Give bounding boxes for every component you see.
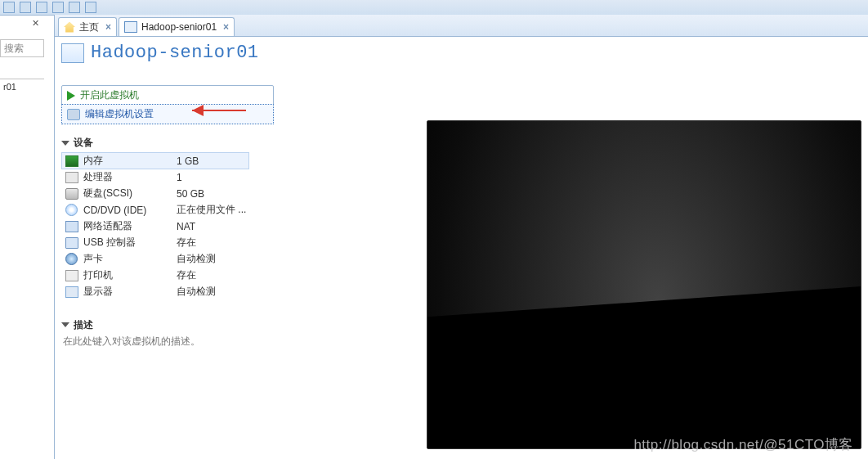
device-row[interactable]: 声卡自动检测 bbox=[62, 251, 249, 268]
vm-title-row: Hadoop-senior01 bbox=[55, 36, 868, 71]
edit-vm-settings-link[interactable]: 编辑虚拟机设置 bbox=[61, 104, 274, 124]
vm-left-panel: 开启此虚拟机 编辑虚拟机设置 设备 内存1 GB处理器1硬盘(SCSI)50 G… bbox=[61, 85, 274, 349]
device-row[interactable]: 显示器自动检测 bbox=[62, 284, 249, 300]
device-name: 网络适配器 bbox=[82, 218, 175, 235]
device-value: NAT bbox=[175, 218, 249, 235]
toolbar-icon[interactable] bbox=[69, 2, 80, 13]
tab-close-icon[interactable]: × bbox=[105, 21, 111, 33]
pane-close-icon[interactable]: ✕ bbox=[32, 18, 39, 29]
collapse-icon bbox=[61, 141, 69, 146]
device-icon bbox=[65, 286, 78, 298]
toolbar-icon[interactable] bbox=[20, 2, 31, 13]
device-value: 50 GB bbox=[175, 186, 249, 202]
action-label: 编辑虚拟机设置 bbox=[85, 107, 154, 121]
device-value: 1 GB bbox=[175, 153, 249, 169]
toolbar-icon[interactable] bbox=[36, 2, 47, 13]
device-name: CD/DVD (IDE) bbox=[82, 202, 175, 218]
tab-vm[interactable]: Hadoop-senior01 × bbox=[119, 17, 235, 36]
device-icon bbox=[65, 188, 78, 200]
device-row[interactable]: 内存1 GB bbox=[62, 153, 249, 169]
device-icon bbox=[65, 237, 78, 249]
device-name: 硬盘(SCSI) bbox=[82, 186, 175, 202]
device-name: 内存 bbox=[82, 153, 175, 169]
main-area: 主页 × Hadoop-senior01 × Hadoop-senior01 开… bbox=[54, 15, 868, 459]
home-icon bbox=[64, 22, 75, 33]
device-row[interactable]: USB 控制器存在 bbox=[62, 235, 249, 251]
device-row[interactable]: 打印机存在 bbox=[62, 268, 249, 284]
device-name: USB 控制器 bbox=[82, 235, 175, 251]
device-icon bbox=[65, 221, 78, 232]
section-label: 设备 bbox=[74, 136, 93, 150]
tabstrip: 主页 × Hadoop-senior01 × bbox=[55, 15, 868, 37]
devices-header[interactable]: 设备 bbox=[61, 136, 274, 150]
vm-summary: Hadoop-senior01 开启此虚拟机 编辑虚拟机设置 bbox=[55, 36, 868, 459]
action-label: 开启此虚拟机 bbox=[80, 88, 139, 102]
vm-title: Hadoop-senior01 bbox=[91, 43, 259, 63]
watermark: http://blog.csdn.net/@51CTO博客 bbox=[633, 435, 853, 454]
tab-label: Hadoop-senior01 bbox=[141, 21, 217, 33]
preview-gloss bbox=[427, 120, 861, 320]
vm-title-icon bbox=[61, 43, 84, 63]
device-row[interactable]: 硬盘(SCSI)50 GB bbox=[62, 186, 249, 202]
device-value: 存在 bbox=[175, 235, 249, 251]
device-value: 存在 bbox=[175, 268, 249, 284]
tab-home[interactable]: 主页 × bbox=[58, 17, 117, 36]
device-icon bbox=[65, 155, 78, 167]
device-name: 显示器 bbox=[82, 284, 175, 300]
device-icon bbox=[65, 270, 78, 281]
description-placeholder[interactable]: 在此处键入对该虚拟机的描述。 bbox=[61, 335, 274, 349]
section-label: 描述 bbox=[74, 318, 93, 332]
device-icon bbox=[65, 172, 78, 183]
device-icon bbox=[65, 204, 78, 216]
toolbar-icon[interactable] bbox=[3, 2, 15, 13]
toolbar-icon[interactable] bbox=[85, 2, 96, 13]
device-row[interactable]: CD/DVD (IDE)正在使用文件 ... bbox=[62, 202, 249, 218]
device-value: 自动检测 bbox=[175, 251, 249, 268]
device-row[interactable]: 网络适配器NAT bbox=[62, 218, 249, 235]
tab-close-icon[interactable]: × bbox=[223, 21, 229, 33]
devices-table: 内存1 GB处理器1硬盘(SCSI)50 GBCD/DVD (IDE)正在使用文… bbox=[61, 152, 249, 300]
library-tree[interactable]: r01 bbox=[0, 79, 44, 456]
device-value: 1 bbox=[175, 169, 249, 186]
app-toolbar bbox=[0, 0, 868, 16]
tab-label: 主页 bbox=[79, 20, 99, 34]
device-value: 自动检测 bbox=[175, 284, 249, 300]
library-item[interactable]: r01 bbox=[0, 79, 44, 94]
toolbar-icon[interactable] bbox=[52, 2, 64, 13]
device-name: 声卡 bbox=[82, 251, 175, 268]
device-icon bbox=[65, 253, 78, 265]
device-row[interactable]: 处理器1 bbox=[62, 169, 249, 186]
device-value: 正在使用文件 ... bbox=[175, 202, 249, 218]
description-header[interactable]: 描述 bbox=[61, 318, 274, 332]
vm-console-preview[interactable] bbox=[427, 120, 861, 449]
power-on-vm-link[interactable]: 开启此虚拟机 bbox=[62, 86, 273, 105]
library-pane: ✕ 搜索 r01 bbox=[0, 15, 44, 459]
library-search-input[interactable]: 搜索 bbox=[0, 39, 44, 57]
collapse-icon bbox=[61, 322, 69, 327]
wrench-icon bbox=[67, 109, 80, 120]
vm-icon bbox=[124, 21, 137, 33]
vm-actions: 开启此虚拟机 编辑虚拟机设置 bbox=[61, 85, 274, 124]
device-name: 处理器 bbox=[82, 169, 175, 186]
device-name: 打印机 bbox=[82, 268, 175, 284]
play-icon bbox=[67, 91, 75, 101]
